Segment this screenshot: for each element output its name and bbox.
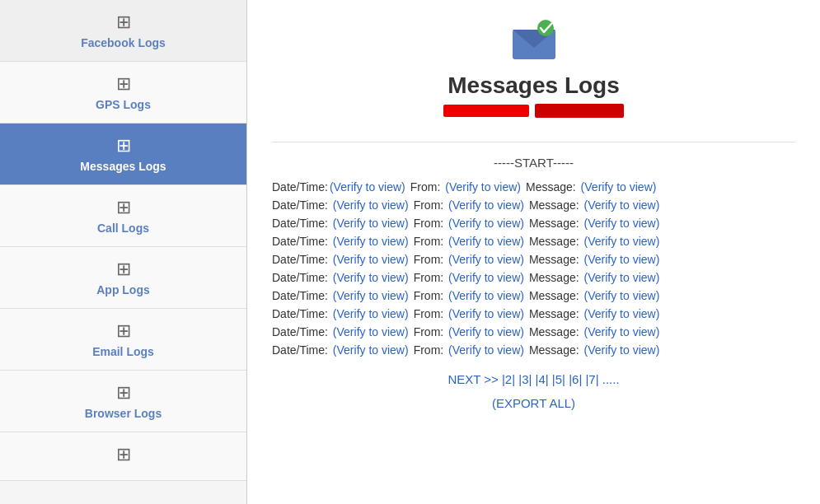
sidebar-item-label: GPS Logs xyxy=(96,98,151,111)
sidebar-item-browser-logs[interactable]: ⊞ Browser Logs xyxy=(0,371,246,432)
subtitle-prefix: From Mobile: xyxy=(443,105,529,117)
table-row: Date/Time: (Verify to view) From: (Verif… xyxy=(272,214,795,232)
more-icon: ⊞ xyxy=(116,444,131,465)
main-content: Messages Logs From Mobile: 4+-- --- ----… xyxy=(247,0,820,504)
sidebar-item-label: Browser Logs xyxy=(85,407,162,420)
sidebar-item-facebook-logs[interactable]: ⊞ Facebook Logs xyxy=(0,0,246,62)
main-header: Messages Logs From Mobile: 4+-- --- ---- xyxy=(443,16,625,117)
sidebar-item-app-logs[interactable]: ⊞ App Logs xyxy=(0,247,246,309)
pagination[interactable]: NEXT >> |2| |3| |4| |5| |6| |7| ..... xyxy=(447,372,619,386)
email-logs-icon: ⊞ xyxy=(116,320,131,342)
messages-logs-icon: ⊞ xyxy=(116,135,131,156)
main-subtitle: From Mobile: 4+-- --- ---- xyxy=(443,104,625,117)
sidebar-item-gps-logs[interactable]: ⊞ GPS Logs xyxy=(0,62,246,124)
divider xyxy=(272,142,795,142)
log-entries: Date/Time: (Verify to view) From: (Verif… xyxy=(272,178,795,359)
envelope-icon xyxy=(509,16,559,66)
sidebar-item-label: Call Logs xyxy=(97,222,149,235)
table-row: Date/Time: (Verify to view) From: (Verif… xyxy=(272,250,795,268)
sidebar-item-label: Facebook Logs xyxy=(81,36,166,49)
table-row: Date/Time: (Verify to view) From: (Verif… xyxy=(272,287,795,305)
subtitle-value: 4+-- --- ---- xyxy=(535,104,624,118)
sidebar-item-label: App Logs xyxy=(96,283,150,296)
export-all-button[interactable]: (EXPORT ALL) xyxy=(492,396,575,410)
sidebar-item-label: Email Logs xyxy=(92,345,154,358)
facebook-logs-icon: ⊞ xyxy=(116,12,131,33)
call-logs-icon: ⊞ xyxy=(116,197,131,218)
app-logs-icon: ⊞ xyxy=(116,259,131,280)
table-row: Date/Time: (Verify to view) From: (Verif… xyxy=(272,196,795,214)
browser-logs-icon: ⊞ xyxy=(116,382,131,404)
table-row: Date/Time: (Verify to view) From: (Verif… xyxy=(272,268,795,287)
sidebar-item-more[interactable]: ⊞ xyxy=(0,432,246,481)
start-label: -----START----- xyxy=(494,156,574,170)
sidebar: ⊞ Facebook Logs ⊞ GPS Logs ⊞ Messages Lo… xyxy=(0,0,247,504)
table-row: Date/Time: (Verify to view) From: (Verif… xyxy=(272,305,795,323)
main-title: Messages Logs xyxy=(447,72,620,99)
sidebar-item-email-logs[interactable]: ⊞ Email Logs xyxy=(0,309,246,371)
sidebar-item-call-logs[interactable]: ⊞ Call Logs xyxy=(0,185,246,247)
table-row: Date/Time: (Verify to view) From: (Verif… xyxy=(272,178,795,196)
gps-logs-icon: ⊞ xyxy=(116,73,131,95)
sidebar-item-messages-logs[interactable]: ⊞ Messages Logs xyxy=(0,124,246,185)
table-row: Date/Time: (Verify to view) From: (Verif… xyxy=(272,341,795,359)
sidebar-item-label: Messages Logs xyxy=(80,160,166,173)
table-row: Date/Time: (Verify to view) From: (Verif… xyxy=(272,323,795,341)
table-row: Date/Time: (Verify to view) From: (Verif… xyxy=(272,232,795,250)
